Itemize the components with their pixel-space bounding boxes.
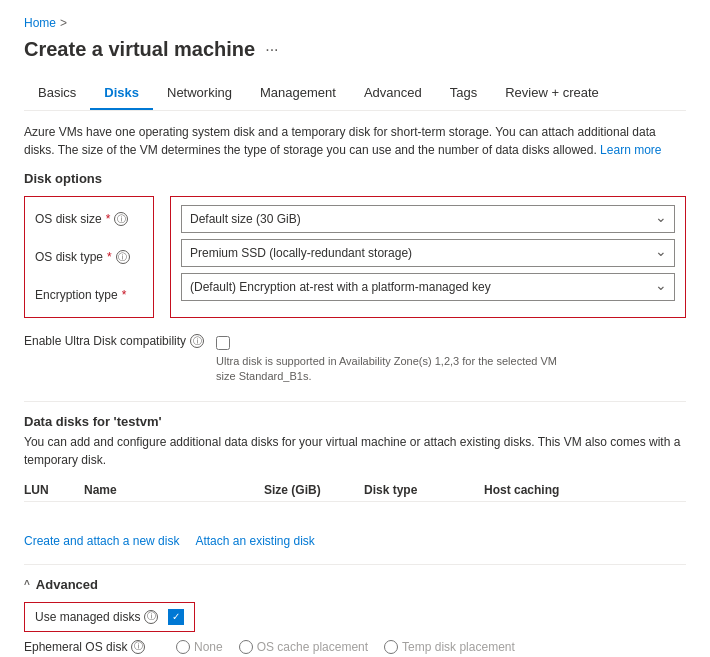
tab-networking[interactable]: Networking [153, 77, 246, 110]
managed-disks-label: Use managed disks ⓘ [35, 610, 158, 624]
disk-options-panel: OS disk size * ⓘ OS disk type * ⓘ Encryp… [24, 196, 686, 318]
os-disk-size-select[interactable]: Default size (30 GiB) Custom size [181, 205, 675, 233]
col-size: Size (GiB) [264, 483, 364, 497]
data-disks-title: Data disks for 'testvm' [24, 414, 686, 429]
ephemeral-row: Ephemeral OS disk ⓘ None OS cache placem… [24, 640, 686, 654]
ephemeral-temp-disk-radio[interactable] [384, 640, 398, 654]
ephemeral-os-cache-radio[interactable] [239, 640, 253, 654]
advanced-header[interactable]: ^ Advanced [24, 577, 686, 592]
advanced-title: Advanced [36, 577, 98, 592]
tab-management[interactable]: Management [246, 77, 350, 110]
os-disk-type-label-row: OS disk type * ⓘ [35, 243, 143, 271]
encryption-type-label-row: Encryption type * [35, 281, 143, 309]
breadcrumb: Home > [24, 16, 686, 30]
disk-actions: Create and attach a new disk Attach an e… [24, 534, 686, 548]
section-divider-2 [24, 564, 686, 565]
attach-disk-link[interactable]: Attach an existing disk [195, 534, 314, 548]
col-lun: LUN [24, 483, 84, 497]
os-disk-type-info-icon[interactable]: ⓘ [116, 250, 130, 264]
ultra-disk-text: Enable Ultra Disk compatibility [24, 334, 186, 348]
col-host-caching: Host caching [484, 483, 604, 497]
ephemeral-text: Ephemeral OS disk [24, 640, 127, 654]
page-title: Create a virtual machine [24, 38, 255, 61]
disk-labels-panel: OS disk size * ⓘ OS disk type * ⓘ Encryp… [24, 196, 154, 318]
ultra-disk-checkbox[interactable] [216, 336, 230, 350]
ultra-disk-row: Enable Ultra Disk compatibility ⓘ Ultra … [24, 334, 686, 385]
ephemeral-radio-group: None OS cache placement Temp disk placem… [176, 640, 515, 654]
data-disks-table-header: LUN Name Size (GiB) Disk type Host cachi… [24, 479, 686, 502]
more-options-icon[interactable]: ··· [265, 41, 278, 59]
encryption-type-label: Encryption type [35, 288, 118, 302]
os-disk-size-label-row: OS disk size * ⓘ [35, 205, 143, 233]
managed-disks-box: Use managed disks ⓘ [24, 602, 195, 632]
disk-options-title: Disk options [24, 171, 686, 186]
ultra-disk-label: Enable Ultra Disk compatibility ⓘ [24, 334, 204, 348]
os-disk-type-required: * [107, 250, 112, 264]
section-divider-1 [24, 401, 686, 402]
data-disks-table-body [24, 506, 686, 526]
disk-info-text: Azure VMs have one operating system disk… [24, 123, 686, 159]
breadcrumb-separator: > [60, 16, 67, 30]
os-disk-size-required: * [106, 212, 111, 226]
managed-disks-info-icon[interactable]: ⓘ [144, 610, 158, 624]
chevron-up-icon: ^ [24, 579, 30, 590]
os-disk-size-label: OS disk size [35, 212, 102, 226]
tab-disks[interactable]: Disks [90, 77, 153, 110]
tab-tags[interactable]: Tags [436, 77, 491, 110]
tab-bar: Basics Disks Networking Management Advan… [24, 77, 686, 111]
os-disk-type-select[interactable]: Premium SSD (locally-redundant storage) … [181, 239, 675, 267]
tab-review[interactable]: Review + create [491, 77, 613, 110]
tab-advanced[interactable]: Advanced [350, 77, 436, 110]
os-disk-size-info-icon[interactable]: ⓘ [114, 212, 128, 226]
os-disk-size-dropdown-wrapper: Default size (30 GiB) Custom size [181, 205, 675, 233]
os-disk-type-label: OS disk type [35, 250, 103, 264]
data-disks-info: You can add and configure additional dat… [24, 433, 686, 469]
col-disk-type: Disk type [364, 483, 484, 497]
ephemeral-info-icon[interactable]: ⓘ [131, 640, 145, 654]
managed-disks-checkbox[interactable] [168, 609, 184, 625]
ephemeral-none-radio[interactable] [176, 640, 190, 654]
learn-more-link[interactable]: Learn more [600, 143, 661, 157]
encryption-type-required: * [122, 288, 127, 302]
ephemeral-label: Ephemeral OS disk ⓘ [24, 640, 164, 654]
ephemeral-none-option[interactable]: None [176, 640, 223, 654]
col-name: Name [84, 483, 264, 497]
encryption-type-select[interactable]: (Default) Encryption at-rest with a plat… [181, 273, 675, 301]
page-title-row: Create a virtual machine ··· [24, 38, 686, 61]
ephemeral-os-cache-option[interactable]: OS cache placement [239, 640, 368, 654]
advanced-section: ^ Advanced Use managed disks ⓘ Ephemeral… [24, 577, 686, 657]
breadcrumb-home[interactable]: Home [24, 16, 56, 30]
encryption-type-dropdown-wrapper: (Default) Encryption at-rest with a plat… [181, 273, 675, 301]
disk-dropdowns-panel: Default size (30 GiB) Custom size Premiu… [170, 196, 686, 318]
os-disk-type-dropdown-wrapper: Premium SSD (locally-redundant storage) … [181, 239, 675, 267]
ephemeral-temp-disk-option[interactable]: Temp disk placement [384, 640, 515, 654]
managed-disks-container: Use managed disks ⓘ [24, 602, 686, 632]
tab-basics[interactable]: Basics [24, 77, 90, 110]
ultra-disk-info-icon[interactable]: ⓘ [190, 334, 204, 348]
create-disk-link[interactable]: Create and attach a new disk [24, 534, 179, 548]
ultra-disk-note: Ultra disk is supported in Availability … [216, 354, 576, 385]
